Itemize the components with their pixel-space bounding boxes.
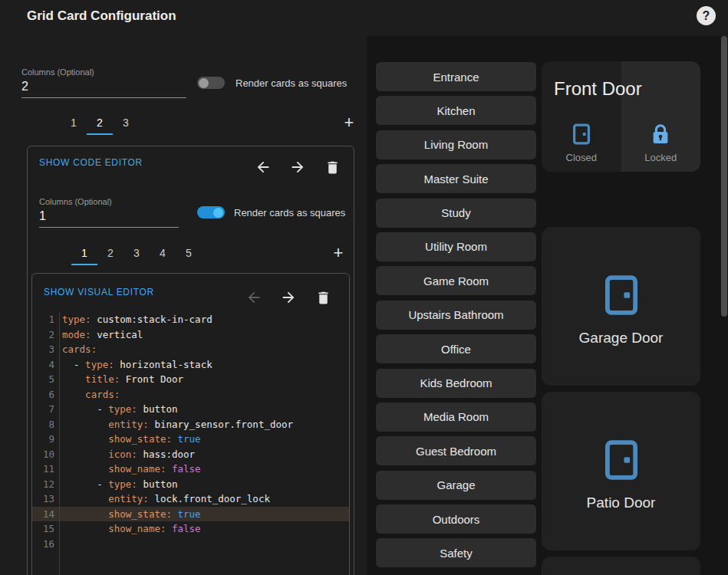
- arrow-forward-icon: [289, 159, 306, 176]
- lock-state-button[interactable]: Locked: [621, 123, 701, 163]
- line-number: 8: [32, 417, 59, 432]
- line-number: 16: [32, 537, 59, 552]
- show-visual-editor-link[interactable]: SHOW VISUAL EDITOR: [44, 287, 154, 297]
- code-line[interactable]: 16: [32, 537, 349, 552]
- tab-1[interactable]: 1: [61, 112, 87, 135]
- garage-door-card[interactable]: Garage Door: [542, 227, 700, 386]
- room-button[interactable]: Living Room: [376, 130, 536, 159]
- arrow-back-icon: [245, 289, 262, 306]
- grid-columns-field[interactable]: Columns (Optional) 2: [21, 67, 186, 98]
- code-editor-lines: 1type: custom:stack-in-card2mode: vertic…: [32, 312, 349, 551]
- room-button[interactable]: Outdoors: [376, 504, 536, 534]
- room-button[interactable]: Media Room: [376, 402, 536, 432]
- line-number: 6: [32, 387, 59, 402]
- code-line[interactable]: 3cards:: [32, 342, 349, 357]
- code-line-text: title: Front Door: [59, 372, 183, 387]
- door-icon: [599, 273, 644, 317]
- preview-scrollbar[interactable]: [721, 36, 727, 317]
- delete-card-button[interactable]: [322, 157, 342, 177]
- line-number: 10: [32, 447, 59, 462]
- code-line[interactable]: 11 show_name: false: [32, 462, 349, 477]
- code-line[interactable]: 14 show_state: true: [32, 507, 349, 522]
- code-line[interactable]: 15 show_name: false: [32, 521, 349, 537]
- code-line-text: icon: hass:door: [59, 447, 195, 462]
- lock-state-label: Locked: [644, 152, 677, 163]
- line-number: 11: [32, 462, 59, 477]
- room-button[interactable]: Utility Room: [376, 232, 536, 261]
- code-line[interactable]: 8 entity: binary_sensor.front_door: [32, 417, 349, 432]
- room-button[interactable]: Game Room: [376, 266, 536, 295]
- room-button[interactable]: Office: [376, 334, 536, 363]
- code-line[interactable]: 4 - type: horizontal-stack: [32, 357, 349, 373]
- dialog-title: Grid Card Configuration: [27, 8, 176, 24]
- code-line[interactable]: 1type: custom:stack-in-card: [32, 312, 349, 327]
- code-line[interactable]: 5 title: Front Door: [32, 372, 349, 387]
- move-card-back-button[interactable]: [253, 157, 273, 177]
- room-button[interactable]: Kitchen: [376, 96, 536, 125]
- tab-3[interactable]: 3: [124, 242, 150, 265]
- move-inner-forward-button[interactable]: [278, 288, 298, 307]
- line-number: 13: [32, 491, 59, 507]
- arrow-forward-icon: [280, 289, 297, 306]
- columns-value: 1: [39, 209, 179, 223]
- help-button[interactable]: ?: [697, 6, 716, 25]
- add-stack-card-button[interactable]: +: [327, 242, 350, 264]
- tab-3[interactable]: 3: [113, 112, 139, 135]
- columns-label: Columns (Optional): [21, 67, 186, 77]
- code-line[interactable]: 6 cards:: [32, 387, 349, 402]
- code-line[interactable]: 12 - type: button: [32, 477, 349, 492]
- room-button[interactable]: Master Suite: [376, 164, 536, 193]
- door-icon: [570, 123, 593, 146]
- render-squares-toggle[interactable]: [197, 206, 225, 219]
- tab-1[interactable]: 1: [71, 242, 97, 265]
- code-line-text: entity: lock.front_door_lock: [59, 491, 270, 507]
- room-button[interactable]: Guest Bedroom: [376, 436, 536, 465]
- door-icon: [599, 438, 644, 482]
- front-door-card: Front Door Closed Locked: [542, 61, 700, 172]
- line-number: 4: [32, 357, 59, 373]
- line-number: 5: [32, 372, 59, 387]
- room-button[interactable]: Garage: [376, 471, 536, 500]
- code-line[interactable]: 9 show_state: true: [32, 432, 349, 447]
- preview-pane: EntranceKitchenLiving RoomMaster SuiteSt…: [367, 36, 728, 575]
- move-inner-back-button: [244, 288, 264, 307]
- render-squares-toggle[interactable]: [197, 77, 225, 89]
- front-door-buttons: Closed Locked: [542, 123, 700, 163]
- add-card-button[interactable]: +: [338, 111, 361, 134]
- help-icon: ?: [703, 9, 710, 23]
- code-line[interactable]: 13 entity: lock.front_door_lock: [32, 491, 349, 507]
- room-button[interactable]: Upstairs Bathroom: [376, 301, 536, 330]
- render-squares-label: Render cards as squares: [234, 207, 345, 219]
- code-line-text: entity: binary_sensor.front_door: [59, 417, 293, 432]
- lock-icon: [649, 123, 672, 146]
- patio-door-card[interactable]: Patio Door: [542, 392, 700, 550]
- room-button[interactable]: Safety: [376, 538, 536, 567]
- tab-4[interactable]: 4: [150, 242, 176, 265]
- code-line-text: show_name: false: [59, 462, 201, 477]
- tab-2[interactable]: 2: [97, 242, 124, 265]
- line-number: 3: [32, 342, 59, 357]
- code-line[interactable]: 7 - type: button: [32, 402, 349, 417]
- stack-columns-field[interactable]: Columns (Optional) 1: [39, 197, 179, 228]
- trash-icon: [315, 290, 331, 306]
- code-line-text: mode: vertical: [59, 327, 143, 343]
- trash-icon: [324, 159, 341, 176]
- code-line[interactable]: 2mode: vertical: [32, 327, 349, 343]
- room-button[interactable]: Kids Bedroom: [376, 369, 536, 398]
- show-code-editor-link[interactable]: SHOW CODE EDITOR: [39, 157, 143, 168]
- delete-inner-card-button[interactable]: [313, 288, 333, 307]
- code-line-text: type: custom:stack-in-card: [59, 312, 212, 327]
- move-card-forward-button[interactable]: [288, 157, 308, 177]
- grid-card-tabs: 123: [61, 112, 139, 135]
- columns-value: 2: [21, 80, 186, 94]
- room-button[interactable]: Study: [376, 199, 536, 228]
- code-line[interactable]: 10 icon: hass:door: [32, 447, 349, 462]
- room-button[interactable]: Entrance: [376, 62, 536, 91]
- columns-label: Columns (Optional): [39, 197, 179, 206]
- toggle-thumb: [213, 208, 223, 218]
- tab-5[interactable]: 5: [176, 242, 202, 265]
- tab-2[interactable]: 2: [87, 112, 113, 135]
- line-number: 9: [32, 432, 59, 447]
- code-editor[interactable]: 1type: custom:stack-in-card2mode: vertic…: [32, 312, 349, 575]
- door-state-button[interactable]: Closed: [542, 123, 621, 163]
